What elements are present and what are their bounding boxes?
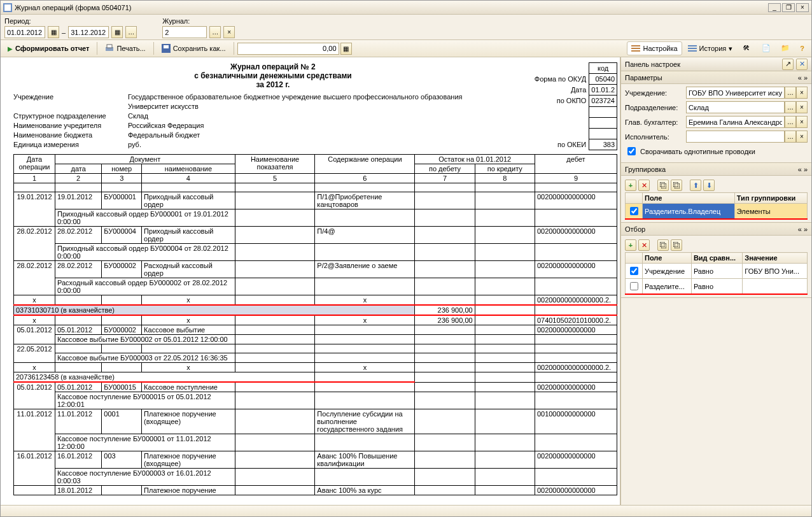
- tool-icon-3: 📁: [781, 44, 790, 53]
- move-down-icon[interactable]: ⬇: [703, 180, 715, 191]
- tool-icon-1: 🛠: [743, 44, 752, 53]
- clear-icon[interactable]: ×: [796, 87, 808, 99]
- settings-panel: Панель настроек ↗ ✕ Параметры« » Учрежде…: [620, 57, 811, 505]
- table-summary-row[interactable]: xxx00200000000000000.2.: [14, 363, 617, 372]
- date-to-input[interactable]: [68, 26, 109, 38]
- tool-2[interactable]: 📄: [757, 41, 775, 55]
- history-button[interactable]: История▾: [683, 41, 738, 55]
- move-up-icon[interactable]: ⬆: [690, 180, 701, 191]
- report-period: за 2012 г.: [13, 80, 533, 89]
- journal-clear[interactable]: ×: [223, 26, 235, 38]
- param-acc-input[interactable]: [686, 116, 785, 128]
- add-icon[interactable]: +: [625, 239, 636, 251]
- help-button[interactable]: ?: [795, 41, 809, 55]
- report-area[interactable]: Журнал операций № 2 с безналичными денеж…: [1, 57, 620, 505]
- collapse-icon[interactable]: « »: [798, 166, 808, 173]
- clear-icon[interactable]: ×: [796, 131, 808, 143]
- filter-row-check[interactable]: [630, 267, 638, 275]
- panel-detach-icon[interactable]: ↗: [782, 59, 794, 70]
- table-row[interactable]: 22.05.2012: [14, 344, 617, 353]
- date-from-input[interactable]: [4, 26, 45, 38]
- table-summary-row[interactable]: xxx236 900,0007401050201010000.2.: [14, 315, 617, 325]
- table-highlight-row[interactable]: 20736123458 (в казначействе): [14, 372, 617, 383]
- svg-rect-11: [688, 50, 697, 52]
- paste-icon[interactable]: ⿻: [671, 239, 682, 251]
- table-subrow[interactable]: Кассовое выбытие БУ000003 от 22.05.2012 …: [14, 353, 617, 363]
- grouping-table[interactable]: ПолеТип группировки Разделитель.Владелец…: [625, 192, 808, 220]
- delete-icon[interactable]: ✕: [638, 239, 650, 251]
- table-row[interactable]: 05.01.201205.01.2012БУ000015Кассовое пос…: [14, 382, 617, 392]
- list-icon: [631, 44, 640, 53]
- table-row[interactable]: 16.01.201216.01.2012003Платежное поручен…: [14, 451, 617, 469]
- report-grid[interactable]: Дата операции Документ Наименование пока…: [13, 154, 617, 495]
- date-to-picker[interactable]: ▦: [111, 26, 123, 38]
- period-label: Период:: [4, 17, 137, 25]
- tool-icon-2: 📄: [762, 44, 771, 53]
- table-subrow[interactable]: Кассовое поступление БУ000015 от 05.01.2…: [14, 392, 617, 409]
- table-subrow[interactable]: Расходный кассовый ордер БУ000002 от 28.…: [14, 278, 617, 295]
- collapse-icon[interactable]: « »: [798, 225, 808, 233]
- minimize-button[interactable]: _: [768, 3, 781, 12]
- filter-form: Период: ▦ – ▦ … Журнал: … ×: [1, 15, 811, 39]
- table-subrow[interactable]: Кассовое выбытие БУ000002 от 05.01.2012 …: [14, 335, 617, 344]
- group-row-check[interactable]: [630, 207, 638, 215]
- panel-close-icon[interactable]: ✕: [796, 59, 808, 70]
- journal-more[interactable]: …: [209, 26, 221, 38]
- filter-table[interactable]: ПолеВид сравн...Значение УчреждениеРавно…: [625, 252, 808, 295]
- generate-report-button[interactable]: ▶Сформировать отчет: [3, 41, 94, 55]
- settings-button[interactable]: Настройка: [627, 41, 682, 55]
- table-row[interactable]: 28.02.201228.02.2012БУ000004Приходный ка…: [14, 227, 617, 244]
- svg-rect-7: [631, 48, 640, 49]
- table-row[interactable]: 05.01.201205.01.2012БУ000002Кассовое выб…: [14, 325, 617, 335]
- tool-3[interactable]: 📁: [776, 41, 794, 55]
- window-title: Журнал операций (форма 0504071): [15, 4, 131, 11]
- date-from-picker[interactable]: ▦: [48, 26, 59, 38]
- save-as-button[interactable]: Сохранить как...: [157, 41, 230, 55]
- clear-icon[interactable]: ×: [796, 116, 808, 128]
- clear-icon[interactable]: ×: [796, 101, 808, 113]
- more-icon[interactable]: …: [785, 131, 796, 143]
- delete-icon[interactable]: ✕: [638, 180, 650, 191]
- meta-inst1: Государственное образовательное бюджетно…: [128, 93, 533, 103]
- collapse-icon[interactable]: « »: [798, 74, 808, 81]
- meta-inst2: Университет искусств: [128, 103, 533, 112]
- table-row[interactable]: 19.01.201219.01.2012БУ000001Приходный ка…: [14, 192, 617, 209]
- meta-struct-label: Структурное подразделение: [13, 112, 122, 122]
- fold-checkbox[interactable]: [627, 147, 636, 155]
- table-row[interactable]: 28.02.201228.02.2012БУ000002Расходный ка…: [14, 261, 617, 278]
- param-dept-input[interactable]: [686, 101, 785, 113]
- table-subrow[interactable]: Приходный кассовый ордер БУ000001 от 19.…: [14, 209, 617, 227]
- table-row[interactable]: 11.01.201211.01.20120001Платежное поруче…: [14, 409, 617, 434]
- more-icon[interactable]: …: [785, 116, 796, 128]
- report-title-2: с безналичными денежными средствами: [13, 71, 533, 80]
- copy-icon[interactable]: ⿻: [657, 180, 669, 191]
- copy-icon[interactable]: ⿻: [657, 239, 669, 251]
- number-input[interactable]: [237, 43, 339, 55]
- table-subrow[interactable]: Приходный кассовый ордер БУ000004 от 28.…: [14, 244, 617, 261]
- more-icon[interactable]: …: [785, 101, 796, 113]
- filter-row-check[interactable]: [630, 282, 638, 290]
- param-perf-input[interactable]: [686, 131, 785, 143]
- tool-1[interactable]: 🛠: [738, 41, 756, 55]
- svg-rect-10: [688, 48, 697, 49]
- add-icon[interactable]: +: [625, 180, 636, 191]
- svg-rect-3: [107, 45, 112, 48]
- table-row[interactable]: 18.01.2012Платежное поручениеАванс 100% …: [14, 486, 617, 495]
- table-summary-row[interactable]: xxx00200000000000000.2.: [14, 295, 617, 306]
- table-subrow[interactable]: Кассовое поступление БУ000001 от 11.01.2…: [14, 434, 617, 451]
- print-button[interactable]: Печать...: [101, 41, 150, 55]
- close-button[interactable]: ×: [796, 3, 809, 12]
- titlebar: Журнал операций (форма 0504071) _ ❐ ×: [1, 1, 811, 15]
- more-icon[interactable]: …: [785, 87, 796, 99]
- table-subrow[interactable]: Кассовое поступление БУ000003 от 16.01.2…: [14, 469, 617, 486]
- report-title-1: Журнал операций № 2: [13, 62, 533, 71]
- app-icon: [3, 3, 12, 12]
- maximize-button[interactable]: ❐: [782, 3, 795, 12]
- content-area: Журнал операций № 2 с безналичными денеж…: [1, 57, 811, 505]
- period-more[interactable]: …: [125, 26, 137, 38]
- journal-input[interactable]: [162, 26, 207, 38]
- param-inst-input[interactable]: [686, 87, 785, 99]
- calculator-icon[interactable]: ▦: [340, 43, 352, 55]
- paste-icon[interactable]: ⿻: [671, 180, 682, 191]
- table-highlight-row[interactable]: 03731030710 (в казначействе)236 900,00: [14, 305, 617, 315]
